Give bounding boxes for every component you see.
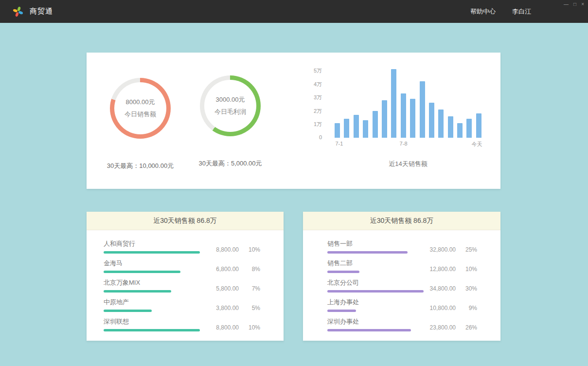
item-value: 8,800.0010% (216, 324, 260, 331)
help-center-link[interactable]: 帮助中心 (470, 7, 496, 16)
list-item: 上海办事处10,800.009% (327, 296, 477, 316)
item-percent: 10% (463, 266, 477, 273)
item-value: 23,800.0026% (430, 324, 477, 331)
item-amount: 8,800.00 (216, 246, 239, 253)
list-item: 深圳联想8,800.0010% (104, 316, 260, 335)
item-progress-bar (327, 310, 356, 312)
departments-panel: 近30天销售额 86.8万 销售一部32,800.0025%销售二部12,800… (303, 212, 500, 341)
customers-panel: 近30天销售额 86.8万 人和商贸行8,800.0010%金海马6,800.0… (87, 212, 284, 341)
item-amount: 3,800.00 (216, 305, 239, 311)
item-amount: 12,800.00 (430, 266, 456, 273)
item-progress-bar (327, 271, 359, 273)
item-percent: 10% (247, 324, 260, 331)
customers-list: 人和商贸行8,800.0010%金海马6,800.008%北京万象MIX5,80… (87, 230, 284, 335)
item-percent: 9% (463, 305, 477, 311)
item-amount: 23,800.00 (430, 324, 456, 331)
y-axis-tick: 3万 (299, 94, 322, 101)
item-amount: 32,800.00 (430, 246, 456, 253)
item-value: 8,800.0010% (216, 246, 260, 253)
sales-bar (391, 69, 396, 138)
sales-bar (373, 111, 378, 138)
today-sales-donut: 8000.00元 今日销售额 30天最高：10,000.00元 (110, 78, 171, 139)
sales-bar (457, 123, 463, 138)
list-item: 北京分公司34,800.0030% (327, 277, 477, 296)
item-progress-bar (104, 251, 200, 254)
y-axis-tick: 1万 (299, 121, 322, 128)
sales-bar (401, 93, 406, 138)
item-amount: 34,800.00 (430, 285, 456, 292)
sales-bar (476, 113, 481, 138)
sales-bar (382, 100, 387, 138)
minimize-icon[interactable]: — (564, 1, 569, 7)
item-progress-bar (104, 271, 180, 273)
item-percent: 25% (463, 246, 477, 253)
x-axis-tick: 7-8 (400, 141, 408, 146)
y-axis-tick: 0 (299, 134, 322, 140)
item-value: 5,800.007% (216, 285, 260, 292)
maximize-icon[interactable]: □ (573, 1, 576, 7)
app-logo-icon (13, 6, 23, 17)
x-axis: 7-17-8今天 (335, 141, 481, 147)
item-value: 32,800.0025% (430, 246, 477, 253)
item-progress-bar (104, 290, 171, 293)
item-value: 34,800.0030% (430, 285, 477, 292)
sales-bar (448, 116, 453, 138)
item-percent: 7% (247, 285, 260, 292)
list-item: 金海马6,800.008% (104, 257, 260, 277)
list-item: 销售一部32,800.0025% (327, 238, 477, 257)
item-progress-bar (327, 251, 408, 254)
item-value: 10,800.009% (430, 305, 477, 311)
item-value: 6,800.008% (216, 266, 260, 273)
sales-bar (354, 115, 359, 138)
panel-title: 近30天销售额 86.8万 (87, 212, 284, 230)
sales-bar (438, 110, 444, 138)
donut-center: 8000.00元 今日销售额 (114, 82, 166, 134)
sales-bar (466, 119, 472, 138)
y-axis-tick: 2万 (299, 108, 322, 115)
sales-bar (344, 119, 349, 138)
item-percent: 26% (463, 324, 477, 331)
sales-bar (429, 103, 434, 138)
list-item: 销售二部12,800.0010% (327, 257, 477, 277)
item-amount: 8,800.00 (216, 324, 239, 331)
topbar: 商贸通 帮助中心 李白江 — □ × (0, 0, 588, 23)
close-icon[interactable]: × (581, 1, 584, 7)
list-item: 中原地产3,800.005% (104, 296, 260, 316)
item-percent: 5% (247, 305, 260, 311)
donut-ring: 3000.00元 今日毛利润 (200, 75, 261, 136)
user-name[interactable]: 李白江 (512, 7, 531, 16)
item-amount: 6,800.00 (216, 266, 239, 273)
donut-value: 8000.00元 (126, 98, 155, 107)
y-axis-tick: 5万 (299, 67, 322, 74)
donut-value: 3000.00元 (216, 95, 245, 104)
item-value: 12,800.0010% (430, 266, 477, 273)
app-title: 商贸通 (30, 7, 53, 16)
sales-bar (410, 99, 415, 138)
sales-bar (363, 120, 368, 138)
item-value: 3,800.005% (216, 305, 260, 311)
item-progress-bar (327, 290, 424, 293)
item-progress-bar (104, 310, 152, 312)
y-axis: 5万4万3万2万1万0 (299, 71, 322, 138)
topbar-right: 帮助中心 李白江 (470, 0, 531, 23)
sales-bar (420, 81, 425, 138)
x-axis-tick: 7-1 (335, 141, 343, 146)
y-axis-tick: 4万 (299, 81, 322, 88)
item-progress-bar (327, 329, 411, 331)
sales-bar-chart (335, 71, 481, 138)
item-progress-bar (104, 329, 200, 331)
item-amount: 5,800.00 (216, 285, 239, 292)
donut-footer: 30天最高：5,000.00元 (198, 159, 262, 168)
departments-list: 销售一部32,800.0025%销售二部12,800.0010%北京分公司34,… (303, 230, 500, 335)
list-item: 北京万象MIX5,800.007% (104, 277, 260, 296)
window-controls: — □ × (564, 1, 584, 7)
donut-label: 今日销售额 (125, 110, 156, 119)
overview-panel: 8000.00元 今日销售额 30天最高：10,000.00元 3000.00元… (87, 53, 500, 189)
item-percent: 10% (247, 246, 260, 253)
item-percent: 8% (247, 266, 260, 273)
donut-center: 3000.00元 今日毛利润 (204, 80, 256, 132)
donut-ring: 8000.00元 今日销售额 (110, 78, 171, 139)
chart-title: 近14天销售额 (335, 160, 481, 168)
panel-title: 近30天销售额 86.8万 (303, 212, 500, 230)
list-item: 深圳办事处23,800.0026% (327, 316, 477, 335)
